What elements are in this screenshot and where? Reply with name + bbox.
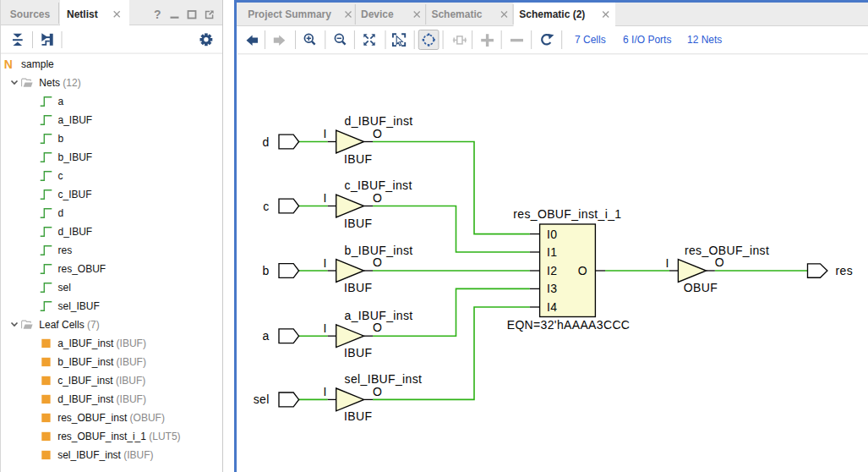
svg-text:b: b: [262, 264, 269, 277]
svg-text:Schematic: Schematic: [431, 8, 482, 20]
svg-text:c: c: [58, 170, 63, 182]
svg-text:Sources: Sources: [10, 8, 51, 20]
svg-text:sel_IBUF_inst (IBUF): sel_IBUF_inst (IBUF): [57, 449, 153, 461]
svg-text:b_IBUF: b_IBUF: [58, 151, 93, 163]
svg-text:c: c: [263, 200, 269, 213]
svg-text:O: O: [715, 255, 724, 269]
svg-text:I2: I2: [547, 264, 557, 277]
svg-text:IBUF: IBUF: [344, 217, 372, 230]
svg-text:res_OBUF: res_OBUF: [58, 263, 106, 275]
svg-text:12 Nets: 12 Nets: [687, 34, 722, 46]
svg-text:?: ?: [154, 8, 161, 21]
svg-text:O: O: [373, 385, 382, 398]
svg-text:d_IBUF: d_IBUF: [58, 226, 93, 238]
svg-text:res: res: [58, 244, 73, 256]
svg-text:res_OBUF_inst: res_OBUF_inst: [685, 244, 769, 257]
svg-text:sel: sel: [58, 282, 71, 294]
svg-text:b_IBUF_inst (IBUF): b_IBUF_inst (IBUF): [57, 356, 146, 368]
svg-text:OBUF: OBUF: [684, 281, 718, 294]
svg-text:a: a: [262, 329, 269, 343]
svg-text:6 I/O Ports: 6 I/O Ports: [623, 34, 671, 46]
svg-text:O: O: [373, 191, 382, 205]
svg-text:a_IBUF: a_IBUF: [58, 114, 93, 126]
svg-text:d: d: [262, 135, 269, 149]
svg-text:Project Summary: Project Summary: [248, 8, 331, 20]
svg-text:N: N: [4, 58, 13, 71]
svg-text:d: d: [58, 207, 64, 219]
svg-text:Netlist: Netlist: [67, 8, 98, 20]
svg-text:Schematic (2): Schematic (2): [519, 8, 585, 20]
svg-text:I: I: [324, 385, 327, 398]
svg-text:c_IBUF: c_IBUF: [58, 189, 92, 200]
svg-text:res: res: [836, 264, 854, 277]
svg-text:I4: I4: [547, 300, 557, 314]
svg-text:O: O: [578, 264, 587, 277]
svg-text:I: I: [324, 127, 327, 140]
svg-text:sel: sel: [254, 392, 270, 406]
svg-text:Nets (12): Nets (12): [39, 77, 80, 89]
svg-text:I: I: [666, 256, 669, 270]
svg-text:I1: I1: [547, 245, 557, 259]
svg-text:sample: sample: [21, 58, 54, 70]
svg-text:sel_IBUF: sel_IBUF: [58, 300, 100, 312]
svg-text:I: I: [324, 191, 327, 205]
svg-text:I: I: [324, 256, 327, 270]
svg-text:I0: I0: [547, 228, 557, 241]
svg-text:res_OBUF_inst_i_1: res_OBUF_inst_i_1: [513, 207, 621, 221]
svg-text:b: b: [58, 133, 64, 145]
svg-text:Device: Device: [361, 8, 394, 20]
svg-text:sel_IBUF_inst: sel_IBUF_inst: [345, 372, 423, 386]
svg-text:IBUF: IBUF: [344, 152, 372, 166]
svg-text:a_IBUF_inst (IBUF): a_IBUF_inst (IBUF): [57, 338, 146, 349]
svg-text:7 Cells: 7 Cells: [575, 34, 606, 46]
svg-text:c_IBUF_inst (IBUF): c_IBUF_inst (IBUF): [57, 375, 145, 387]
svg-text:O: O: [373, 321, 382, 334]
svg-text:IBUF: IBUF: [344, 281, 372, 294]
svg-text:d_IBUF_inst (IBUF): d_IBUF_inst (IBUF): [57, 393, 146, 405]
svg-text:Leaf Cells (7): Leaf Cells (7): [39, 319, 99, 331]
svg-text:O: O: [373, 127, 382, 140]
svg-text:O: O: [373, 255, 382, 269]
svg-text:res_OBUF_inst_i_1 (LUT5): res_OBUF_inst_i_1 (LUT5): [57, 431, 180, 442]
svg-text:res_OBUF_inst (OBUF): res_OBUF_inst (OBUF): [57, 412, 165, 424]
svg-text:IBUF: IBUF: [344, 346, 372, 359]
svg-text:I: I: [324, 321, 327, 335]
svg-text:IBUF: IBUF: [344, 409, 372, 423]
svg-text:I3: I3: [547, 282, 557, 295]
svg-text:a: a: [58, 96, 64, 107]
svg-text:EQN=32'hAAAA3CCC: EQN=32'hAAAA3CCC: [507, 318, 631, 332]
